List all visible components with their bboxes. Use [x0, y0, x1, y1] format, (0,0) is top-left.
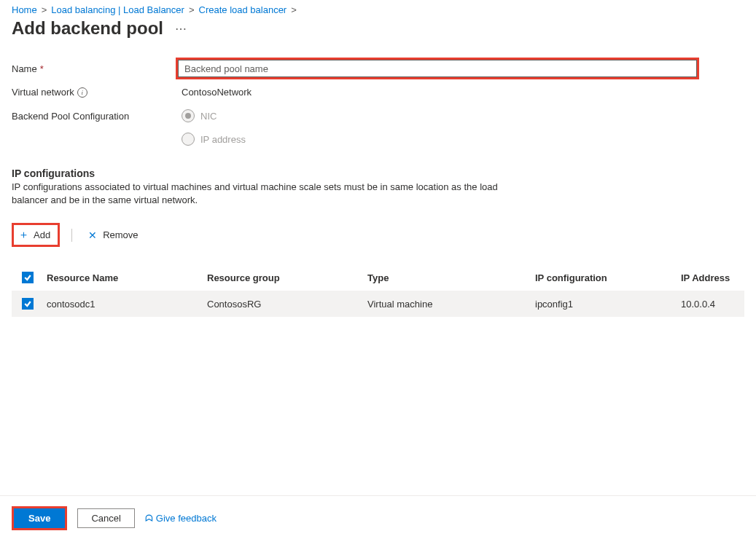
- cell-ip-config: ipconfig1: [535, 299, 681, 310]
- table-header: Resource Name Resource group Type IP con…: [12, 264, 744, 291]
- info-icon[interactable]: i: [77, 87, 87, 98]
- cell-resource-group: ContososRG: [207, 299, 367, 310]
- more-actions-button[interactable]: ⋯: [172, 19, 190, 39]
- radio-nic-label: NIC: [200, 111, 217, 122]
- give-feedback-link[interactable]: ᗣ Give feedback: [145, 513, 217, 524]
- cell-ip-address: 10.0.0.4: [681, 299, 744, 310]
- select-all-checkbox[interactable]: [22, 272, 34, 283]
- col-ip-config[interactable]: IP configuration: [535, 272, 681, 283]
- breadcrumb-sep: >: [291, 4, 297, 15]
- give-feedback-label: Give feedback: [156, 513, 217, 524]
- footer-bar: Save Cancel ᗣ Give feedback: [0, 495, 756, 539]
- vnet-label: Virtual network i: [12, 87, 176, 98]
- table-row[interactable]: contosodc1 ContososRG Virtual machine ip…: [12, 291, 744, 317]
- remove-button-label: Remove: [103, 229, 138, 240]
- breadcrumb-home[interactable]: Home: [12, 4, 37, 15]
- plus-icon: ＋: [18, 228, 29, 242]
- feedback-icon: ᗣ: [145, 513, 153, 524]
- cell-type: Virtual machine: [367, 299, 535, 310]
- toolbar-divider: [71, 229, 72, 242]
- cancel-button[interactable]: Cancel: [77, 508, 134, 528]
- row-checkbox[interactable]: [22, 298, 34, 310]
- ipconfig-table: Resource Name Resource group Type IP con…: [12, 264, 744, 317]
- vnet-value: ContosoNetwork: [176, 87, 252, 98]
- col-type[interactable]: Type: [367, 272, 535, 283]
- radio-ip[interactable]: IP address: [182, 133, 744, 146]
- name-input[interactable]: [178, 60, 697, 77]
- ipconfig-desc: IP configurations associated to virtual …: [12, 181, 537, 207]
- col-resource-group[interactable]: Resource group: [207, 272, 367, 283]
- add-button-highlight: ＋ Add: [12, 223, 60, 247]
- add-button-label: Add: [34, 229, 50, 240]
- cell-resource-name: contosodc1: [47, 299, 207, 310]
- col-resource-name[interactable]: Resource Name: [47, 272, 207, 283]
- name-input-highlight: [176, 58, 699, 79]
- save-button[interactable]: Save: [14, 508, 65, 528]
- breadcrumb: Home > Load balancing | Load Balancer > …: [12, 4, 744, 15]
- page-title: Add backend pool: [12, 18, 163, 39]
- breadcrumb-sep: >: [42, 4, 47, 15]
- col-ip-address[interactable]: IP Address: [681, 272, 744, 283]
- remove-button[interactable]: ✕ Remove: [84, 227, 142, 244]
- breadcrumb-sep: >: [189, 4, 195, 15]
- add-button[interactable]: ＋ Add: [14, 225, 58, 245]
- radio-nic[interactable]: NIC: [182, 109, 744, 122]
- breadcrumb-loadbalancing[interactable]: Load balancing | Load Balancer: [51, 4, 184, 15]
- radio-ip-label: IP address: [200, 134, 246, 145]
- radio-icon: [182, 109, 195, 122]
- breadcrumb-createlb[interactable]: Create load balancer: [199, 4, 287, 15]
- radio-icon: [182, 133, 195, 146]
- save-button-highlight: Save: [12, 506, 67, 530]
- name-label: Name*: [12, 63, 176, 74]
- ipconfig-heading: IP configurations: [12, 168, 744, 179]
- close-icon: ✕: [88, 229, 97, 241]
- config-label: Backend Pool Configuration: [12, 105, 176, 122]
